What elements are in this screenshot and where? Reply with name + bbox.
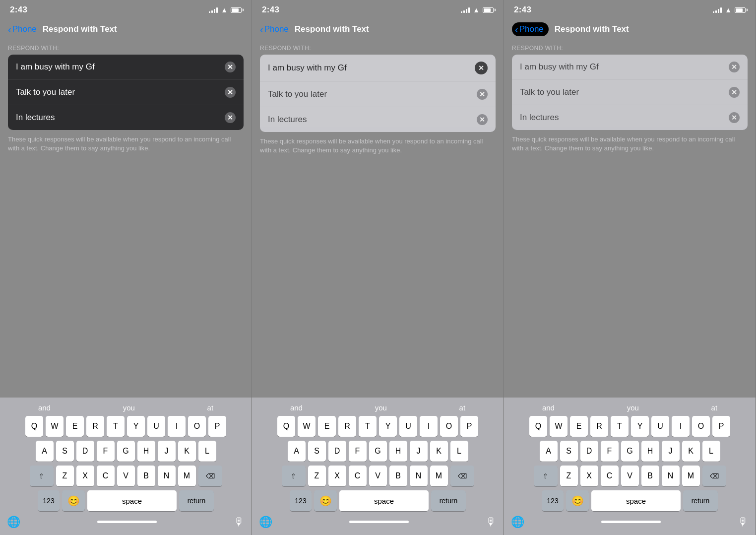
key-w-1[interactable]: W (46, 416, 63, 437)
key-r-3[interactable]: R (590, 416, 608, 437)
list-item-3-2[interactable]: Talk to you later ✕ (512, 80, 748, 105)
key-b-2[interactable]: B (389, 466, 407, 486)
key-d-2[interactable]: D (328, 441, 346, 462)
key-w-3[interactable]: W (550, 416, 567, 437)
key-y-1[interactable]: Y (127, 416, 145, 437)
key-x-2[interactable]: X (328, 466, 346, 486)
key-c-1[interactable]: C (97, 466, 115, 486)
delete-btn-1-2[interactable]: ✕ (225, 87, 236, 98)
delete-btn-2-3[interactable]: ✕ (477, 114, 488, 125)
list-item-2-1[interactable]: I am busy with my Gf ✕ (260, 55, 496, 82)
delete-key-3[interactable]: ⌫ (702, 466, 726, 486)
suggestion-you-1[interactable]: you (123, 403, 135, 412)
key-k-3[interactable]: K (682, 441, 700, 462)
key-p-1[interactable]: P (208, 416, 226, 437)
key-r-1[interactable]: R (86, 416, 104, 437)
shift-key-1[interactable]: ⇧ (30, 466, 54, 486)
key-j-2[interactable]: J (410, 441, 428, 462)
key-z-1[interactable]: Z (56, 466, 74, 486)
key-s-1[interactable]: S (56, 441, 74, 462)
key-s-2[interactable]: S (308, 441, 326, 462)
key-h-3[interactable]: H (641, 441, 659, 462)
space-key-3[interactable]: space (591, 490, 681, 511)
key-x-1[interactable]: X (76, 466, 94, 486)
key-m-2[interactable]: M (430, 466, 448, 486)
delete-key-2[interactable]: ⌫ (450, 466, 474, 486)
shift-key-3[interactable]: ⇧ (534, 466, 558, 486)
key-b-3[interactable]: B (641, 466, 659, 486)
globe-icon-2[interactable]: 🌐 (259, 516, 272, 529)
key-i-3[interactable]: I (672, 416, 690, 437)
key-j-3[interactable]: J (662, 441, 680, 462)
key-d-1[interactable]: D (76, 441, 94, 462)
key-u-3[interactable]: U (651, 416, 669, 437)
key-h-1[interactable]: H (137, 441, 155, 462)
mic-icon-2[interactable]: 🎙 (486, 516, 497, 529)
keyboard-3[interactable]: and you at Q W E R T Y U I O P A S D F (504, 398, 756, 535)
key-l-2[interactable]: L (450, 441, 468, 462)
key-w-2[interactable]: W (298, 416, 315, 437)
list-item-3-3[interactable]: In lectures ✕ (512, 105, 748, 130)
key-e-3[interactable]: E (570, 416, 588, 437)
key-z-3[interactable]: Z (560, 466, 578, 486)
list-item-1-3[interactable]: In lectures ✕ (8, 105, 244, 130)
key-q-3[interactable]: Q (529, 416, 547, 437)
key-t-2[interactable]: T (359, 416, 377, 437)
keyboard-1[interactable]: and you at Q W E R T Y U I O P A S D F (0, 398, 252, 535)
return-key-3[interactable]: return (683, 490, 718, 511)
key-v-2[interactable]: V (369, 466, 387, 486)
key-d-3[interactable]: D (580, 441, 598, 462)
space-key-2[interactable]: space (339, 490, 429, 511)
key-y-3[interactable]: Y (631, 416, 649, 437)
key-f-1[interactable]: F (97, 441, 115, 462)
delete-key-1[interactable]: ⌫ (198, 466, 222, 486)
globe-icon-1[interactable]: 🌐 (7, 516, 20, 529)
mic-icon-1[interactable]: 🎙 (234, 516, 245, 529)
key-h-2[interactable]: H (389, 441, 407, 462)
list-item-1-1[interactable]: I am busy with my Gf ✕ (8, 55, 244, 80)
key-t-3[interactable]: T (611, 416, 629, 437)
key-x-3[interactable]: X (580, 466, 598, 486)
list-item-2-2[interactable]: Talk to you later ✕ (260, 82, 496, 107)
key-g-1[interactable]: G (117, 441, 135, 462)
key-y-2[interactable]: Y (379, 416, 397, 437)
mic-icon-3[interactable]: 🎙 (738, 516, 749, 529)
key-b-1[interactable]: B (137, 466, 155, 486)
key-z-2[interactable]: Z (308, 466, 326, 486)
key-u-1[interactable]: U (147, 416, 165, 437)
list-item-1-2[interactable]: Talk to you later ✕ (8, 80, 244, 105)
key-v-3[interactable]: V (621, 466, 639, 486)
key-c-3[interactable]: C (601, 466, 619, 486)
delete-btn-2-2[interactable]: ✕ (477, 89, 488, 100)
key-n-2[interactable]: N (410, 466, 428, 486)
back-button-3[interactable]: ‹ Phone (512, 22, 549, 36)
key-u-2[interactable]: U (399, 416, 417, 437)
suggestion-and-2[interactable]: and (290, 403, 303, 412)
delete-btn-1-1[interactable]: ✕ (225, 62, 236, 72)
suggestion-and-3[interactable]: and (542, 403, 555, 412)
key-o-2[interactable]: O (440, 416, 458, 437)
list-item-2-3[interactable]: In lectures ✕ (260, 107, 496, 132)
key-s-3[interactable]: S (560, 441, 578, 462)
list-item-3-1[interactable]: I am busy with my Gf ✕ (512, 55, 748, 80)
key-k-2[interactable]: K (430, 441, 448, 462)
key-i-2[interactable]: I (420, 416, 438, 437)
key-t-1[interactable]: T (107, 416, 125, 437)
suggestion-at-3[interactable]: at (711, 403, 718, 412)
key-n-3[interactable]: N (662, 466, 680, 486)
key-c-2[interactable]: C (349, 466, 367, 486)
key-v-1[interactable]: V (117, 466, 135, 486)
key-m-1[interactable]: M (178, 466, 196, 486)
numbers-key-1[interactable]: 123 (38, 490, 60, 511)
key-o-1[interactable]: O (188, 416, 206, 437)
key-r-2[interactable]: R (338, 416, 356, 437)
key-a-1[interactable]: A (36, 441, 54, 462)
key-p-2[interactable]: P (460, 416, 478, 437)
numbers-key-3[interactable]: 123 (542, 490, 564, 511)
key-f-2[interactable]: F (349, 441, 367, 462)
key-e-1[interactable]: E (66, 416, 84, 437)
keyboard-2[interactable]: and you at Q W E R T Y U I O P A S D F (252, 398, 504, 535)
key-g-2[interactable]: G (369, 441, 387, 462)
return-key-1[interactable]: return (179, 490, 214, 511)
shift-key-2[interactable]: ⇧ (282, 466, 306, 486)
